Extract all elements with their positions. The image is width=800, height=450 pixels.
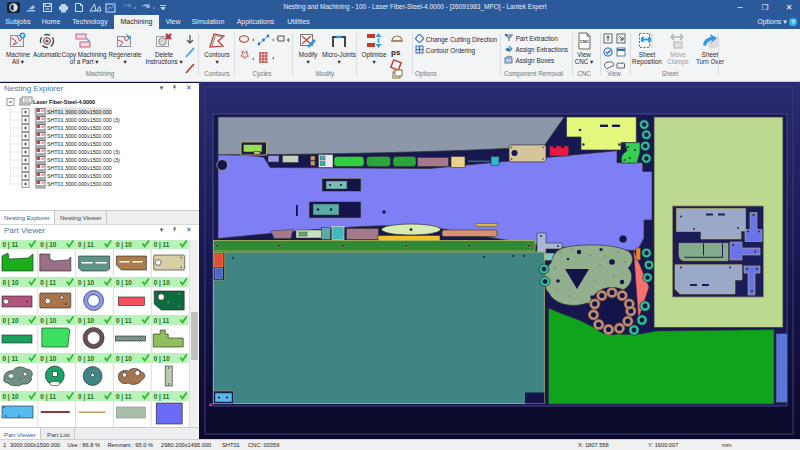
svg-text:SHT01 3000.000x1500.000 (3): SHT01 3000.000x1500.000 (3) [47,149,120,155]
svg-text:0 | 10: 0 | 10 [78,279,94,287]
svg-text:SHT01 3000.000x1500.000: SHT01 3000.000x1500.000 [47,109,112,115]
svg-text:0 | 10: 0 | 10 [40,355,56,363]
svg-text:0 | 11: 0 | 11 [78,241,94,249]
svg-text:0 | 10: 0 | 10 [3,393,19,401]
svg-text:SHT01 3000.000x1500.000: SHT01 3000.000x1500.000 [47,133,112,139]
svg-text:SHT01 3000.000x1500.000: SHT01 3000.000x1500.000 [47,141,112,147]
svg-text:ps: ps [391,48,401,57]
svg-text:0 | 11: 0 | 11 [116,393,132,401]
svg-text:SHT01 3000.000x1500.000: SHT01 3000.000x1500.000 [47,181,112,187]
svg-text:0 | 10: 0 | 10 [116,279,132,287]
svg-text:0 | 10: 0 | 10 [3,317,19,325]
svg-text:SHT01 3000.000x1500.000: SHT01 3000.000x1500.000 [47,173,112,179]
svg-text:0 | 11: 0 | 11 [3,355,19,363]
svg-text:0 | 10: 0 | 10 [116,355,132,363]
svg-text:0 | 11: 0 | 11 [154,393,170,401]
svg-text:0 | 10: 0 | 10 [78,355,94,363]
svg-text:0 | 11: 0 | 11 [116,317,132,325]
svg-text:0 | 10: 0 | 10 [154,279,170,287]
svg-text:SHT01 3000.000x1500.000: SHT01 3000.000x1500.000 [47,165,112,171]
svg-text:0 | 11: 0 | 11 [40,393,56,401]
svg-text:0 | 11: 0 | 11 [154,241,170,249]
svg-text:0 | 11: 0 | 11 [40,279,56,287]
svg-text:SHT01 3000.000x1500.000 (3): SHT01 3000.000x1500.000 (3) [47,117,120,123]
svg-text:SHT01 3000.000x1500.000 (3): SHT01 3000.000x1500.000 (3) [47,157,120,163]
svg-text:0 | 10: 0 | 10 [116,241,132,249]
svg-text:0 | 11: 0 | 11 [154,317,170,325]
svg-text:0 | 10: 0 | 10 [154,355,170,363]
svg-text:0 | 10: 0 | 10 [40,241,56,249]
svg-text:0 | 11: 0 | 11 [78,393,94,401]
svg-text:0 | 10: 0 | 10 [40,317,56,325]
svg-text:Laser Fiber-Steel-4.0000: Laser Fiber-Steel-4.0000 [33,99,95,105]
svg-text:0 | 11: 0 | 11 [3,241,19,249]
svg-text:0 | 10: 0 | 10 [3,279,19,287]
svg-text:SHT01 3000.000x1500.000: SHT01 3000.000x1500.000 [47,125,112,131]
svg-text:CNC: CNC [580,39,589,44]
svg-text:0 | 10: 0 | 10 [78,317,94,325]
